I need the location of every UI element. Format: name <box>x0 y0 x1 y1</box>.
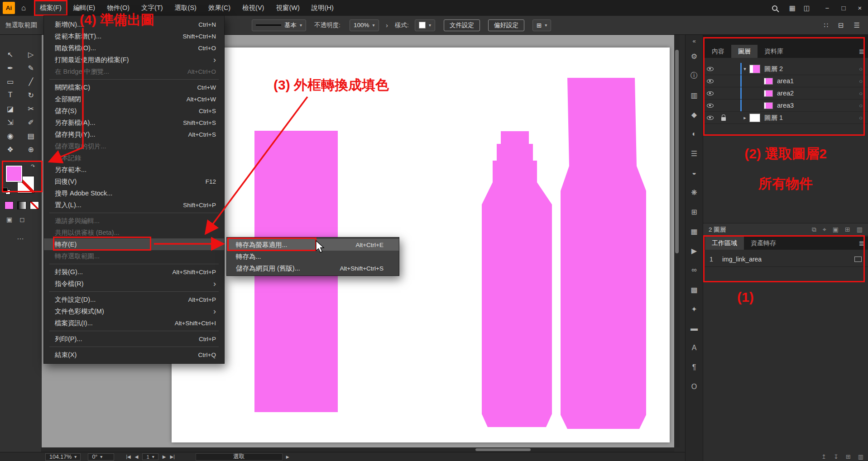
restore-button[interactable]: □ <box>835 0 852 16</box>
arrange-documents-icon[interactable]: ∷ <box>824 21 828 29</box>
target-circle-icon[interactable]: ○ <box>859 114 863 121</box>
fill-swatch[interactable] <box>5 165 23 182</box>
default-swatches-icon[interactable] <box>3 188 10 195</box>
hand-tool[interactable]: ❖ <box>0 143 21 156</box>
first-artboard-button[interactable]: |◀ <box>126 454 130 459</box>
swatches-icon[interactable]: ⊞ <box>686 205 703 219</box>
draw-behind-icon[interactable]: ◻ <box>19 216 25 223</box>
export-submenu-item[interactable]: 轉存為... <box>227 251 399 262</box>
visibility-toggle[interactable] <box>703 104 717 108</box>
artboard-icon[interactable] <box>854 257 862 262</box>
file-menu-item[interactable]: 回復(V)F12 <box>44 176 224 187</box>
menubar-item-4[interactable]: 選取(S) <box>169 0 202 16</box>
gradient-icon[interactable]: ◐ <box>686 127 703 141</box>
make-clip-mask-icon[interactable]: ⧉ <box>812 226 816 233</box>
gradient-tool[interactable]: ▤ <box>21 129 42 143</box>
collapse-panels-icon[interactable]: « <box>686 35 703 47</box>
direct-selection-tool[interactable]: ▷ <box>21 48 42 61</box>
transparency-icon[interactable]: ◒ <box>686 166 703 180</box>
type-tool[interactable]: T <box>0 88 21 102</box>
panel-menu-icon[interactable]: ≣ <box>858 48 864 56</box>
panel-menu-icon[interactable]: ≣ <box>858 239 864 247</box>
info-icon[interactable]: ⓘ <box>686 69 703 82</box>
curvature-tool[interactable]: ✎ <box>21 61 42 75</box>
visibility-toggle[interactable] <box>703 116 717 120</box>
artboard-row[interactable]: 1 img_link_area <box>703 252 868 267</box>
swap-fill-stroke-icon[interactable]: ↷ <box>31 163 35 169</box>
disclosure-icon[interactable]: ▾ <box>740 66 749 72</box>
scale-tool[interactable]: ⇲ <box>0 115 21 129</box>
menubar-item-5[interactable]: 效果(C) <box>202 0 236 16</box>
stroke-style-dropdown[interactable]: 基本 ▾ <box>252 19 306 31</box>
gradient-bar-icon[interactable]: ▬ <box>686 322 703 335</box>
minimize-button[interactable]: − <box>819 0 835 16</box>
rectangle-tool[interactable]: ▭ <box>0 75 21 88</box>
close-button[interactable]: × <box>852 0 868 16</box>
new-layer-icon[interactable]: ⊞ <box>845 226 850 233</box>
export-submenu-item[interactable]: 轉存為螢幕適用...Alt+Ctrl+E <box>227 239 399 251</box>
horizontal-scrollbar[interactable] <box>42 447 674 452</box>
workspace-grid-icon[interactable]: ▦ <box>789 4 796 12</box>
prev-artboard-button[interactable]: ◀ <box>135 454 139 459</box>
eraser-tool[interactable]: ◪ <box>0 102 21 115</box>
zoom-level-dropdown[interactable]: 104.17% ▾ <box>45 453 81 461</box>
layers-panel-icon[interactable]: ▦ <box>686 224 703 238</box>
target-circle-icon[interactable]: ○ <box>859 66 863 72</box>
vertical-scrollbar[interactable] <box>674 35 680 447</box>
new-artboard-icon[interactable]: ⊞ <box>846 453 851 460</box>
file-menu-item[interactable]: 從範本新增(T)...Shift+Ctrl+N <box>44 30 224 42</box>
visibility-toggle[interactable] <box>703 91 717 95</box>
file-menu-item[interactable]: 打開最近使用過的檔案(F)› <box>44 54 224 66</box>
delete-layer-icon[interactable]: ▥ <box>857 226 863 233</box>
file-menu-item[interactable]: 封裝(G)...Alt+Shift+Ctrl+P <box>44 266 224 278</box>
effects-icon[interactable]: ✦ <box>686 302 703 316</box>
menubar-item-8[interactable]: 說明(H) <box>306 0 340 16</box>
color-icon[interactable]: ◆ <box>686 108 703 121</box>
visibility-toggle[interactable] <box>703 67 717 71</box>
color-fill-button[interactable] <box>5 201 14 209</box>
target-circle-icon[interactable]: ○ <box>859 102 863 109</box>
layer-row[interactable]: area3○ <box>703 100 868 112</box>
target-circle-icon[interactable]: ○ <box>859 90 863 97</box>
edit-toolbar-icon[interactable]: … <box>0 233 42 241</box>
file-menu-item[interactable]: 儲存拷貝(Y)...Alt+Ctrl+S <box>44 128 224 140</box>
glyphs-panel-icon[interactable]: O <box>686 380 703 394</box>
file-menu-item[interactable]: 檔案資訊(I)...Alt+Shift+Ctrl+I <box>44 317 224 329</box>
file-menu-item[interactable]: 搜尋 Adobe Stock... <box>44 187 224 199</box>
next-artboard-button[interactable]: ▶ <box>163 454 166 459</box>
gradient-fill-button[interactable] <box>17 201 26 209</box>
tab-asset-export[interactable]: 資產轉存 <box>744 237 783 250</box>
preferences-button[interactable]: 偏好設定 <box>488 19 524 31</box>
artboard-name[interactable]: img_link_area <box>722 256 762 263</box>
line-segment-tool[interactable]: ╱ <box>21 75 42 88</box>
file-menu-item[interactable]: 關閉檔案(C)Ctrl+W <box>44 81 224 93</box>
pen-tool[interactable]: ✒ <box>0 61 21 75</box>
move-up-icon[interactable]: ↥ <box>821 453 826 460</box>
last-artboard-button[interactable]: ▶| <box>170 454 175 459</box>
file-menu-item[interactable]: 結束(X)Ctrl+Q <box>44 349 224 361</box>
tab-libraries[interactable]: 資料庫 <box>758 45 790 58</box>
visibility-toggle[interactable] <box>703 79 717 83</box>
layer-row[interactable]: ▸圖層 1○ <box>703 112 868 124</box>
tab-properties[interactable]: 內容 <box>705 45 731 58</box>
tab-artboards[interactable]: 工作區域 <box>705 237 744 250</box>
home-icon[interactable]: ⌂ <box>21 4 26 13</box>
opacity-dropdown[interactable]: 100% ▾ <box>350 19 379 31</box>
status-expand-icon[interactable]: ▶ <box>286 455 289 459</box>
vertical-scrollbar-thumb[interactable] <box>675 50 679 253</box>
file-menu-item[interactable]: 全部關閉Alt+Ctrl+W <box>44 93 224 105</box>
panel-layout-icon[interactable]: ◫ <box>804 4 810 12</box>
artboard-number-dropdown[interactable]: 1 ▾ <box>142 453 158 460</box>
paragraph-panel-icon[interactable]: ¶ <box>686 361 703 374</box>
file-menu-item[interactable]: 另存新檔(A)...Shift+Ctrl+S <box>44 117 224 128</box>
rotation-dropdown[interactable]: 0° ▾ <box>88 453 114 461</box>
target-icon[interactable]: ⌖ <box>823 226 826 233</box>
target-circle-icon[interactable]: ○ <box>859 78 863 85</box>
menubar-item-6[interactable]: 檢視(V) <box>236 0 270 16</box>
move-down-icon[interactable]: ↧ <box>834 453 839 460</box>
file-menu-item[interactable]: 開啟舊檔(O)...Ctrl+O <box>44 42 224 54</box>
lock-toggle[interactable] <box>717 115 730 121</box>
search-icon[interactable] <box>772 5 777 11</box>
layer-row[interactable]: area2○ <box>703 87 868 100</box>
workspace-switcher-icon[interactable]: ⊟ <box>838 21 844 29</box>
